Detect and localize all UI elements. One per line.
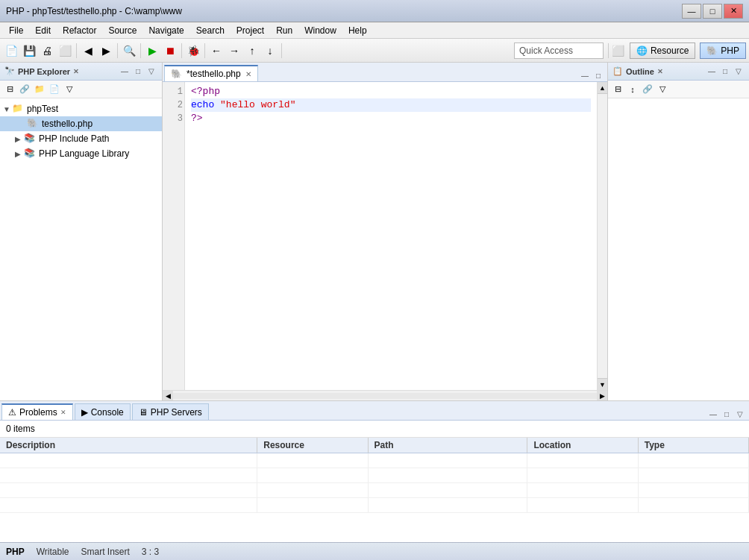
scroll-down-btn[interactable]: ▼ <box>598 378 607 390</box>
arrow-right[interactable]: → <box>226 43 242 59</box>
menu-file[interactable]: File <box>3 24 29 37</box>
lib-arrow: ▶ <box>15 150 24 158</box>
forward-button[interactable]: ▶ <box>98 43 114 59</box>
arrow-down[interactable]: ↓ <box>262 43 278 59</box>
outline-icon: 📋 <box>612 66 623 76</box>
arrow-up[interactable]: ↑ <box>244 43 260 59</box>
sep5 <box>204 43 205 58</box>
menu-source[interactable]: Source <box>102 24 142 37</box>
explorer-menu-btn[interactable]: ▽ <box>63 83 76 96</box>
table-row <box>0 468 749 483</box>
menu-help[interactable]: Help <box>342 24 373 37</box>
toolbar-btn-4[interactable]: ⬜ <box>57 43 73 59</box>
bottom-minimize-btn[interactable]: — <box>707 408 719 420</box>
file-icon: 🐘 <box>27 118 39 130</box>
explorer-close-icon[interactable]: ✕ <box>73 68 79 75</box>
php-perspective-button[interactable]: 🐘 PHP <box>700 43 746 59</box>
minimize-panel-button[interactable]: — <box>119 66 131 78</box>
language-indicator: PHP <box>6 547 25 557</box>
menu-project[interactable]: Project <box>231 24 270 37</box>
title-bar: PHP - phpTest/testhello.php - C:\wamp\ww… <box>0 0 749 22</box>
quick-access-input[interactable]: Quick Access <box>514 43 604 59</box>
sep3 <box>140 43 141 58</box>
close-button[interactable]: ✕ <box>724 4 743 19</box>
editor-minimize-btn[interactable]: — <box>579 69 591 81</box>
scroll-left-btn[interactable]: ◀ <box>163 391 173 401</box>
bottom-menu-btn[interactable]: ▽ <box>734 408 746 420</box>
project-icon: 📁 <box>12 103 24 115</box>
minimize-button[interactable]: — <box>682 4 701 19</box>
writable-status: Writable <box>37 547 69 557</box>
scroll-right-btn[interactable]: ▶ <box>597 391 607 401</box>
items-count: 0 items <box>0 421 749 438</box>
stop-button[interactable]: ⏹ <box>162 43 178 59</box>
tab-problems[interactable]: ⚠ Problems ✕ <box>1 403 73 420</box>
servers-icon: 🖥 <box>139 407 148 418</box>
vertical-scrollbar[interactable]: ▲ ▼ <box>597 82 607 390</box>
sep4 <box>181 43 182 58</box>
tab-php-servers[interactable]: 🖥 PHP Servers <box>132 403 209 420</box>
outline-minimize-btn[interactable]: — <box>706 66 718 78</box>
print-button[interactable]: 🖨 <box>39 43 55 59</box>
menu-window[interactable]: Window <box>298 24 342 37</box>
title-controls: — □ ✕ <box>682 4 743 19</box>
sep7 <box>608 43 609 58</box>
menu-refactor[interactable]: Refactor <box>57 24 102 37</box>
horizontal-scrollbar[interactable]: ◀ ▶ <box>163 390 607 400</box>
menu-navigate[interactable]: Navigate <box>142 24 189 37</box>
php-explorer-icon: 🔭 <box>4 66 15 76</box>
new-button[interactable]: 📄 <box>3 43 19 59</box>
resource-icon: 🌐 <box>636 45 648 56</box>
main-layout: 🔭 PHP Explorer ✕ — □ ▽ ⊟ 🔗 📁 📄 ▽ ▼ 📁 php… <box>0 63 749 400</box>
outline-maximize-btn[interactable]: □ <box>719 66 731 78</box>
problems-close-icon[interactable]: ✕ <box>60 409 66 416</box>
new-file-btn[interactable]: 📄 <box>48 83 61 96</box>
search-btn[interactable]: 🔍 <box>121 43 137 59</box>
collapse-all-outline-btn[interactable]: ⊟ <box>611 83 624 96</box>
save-button[interactable]: 💾 <box>21 43 37 59</box>
new-folder-btn[interactable]: 📁 <box>33 83 46 96</box>
include-icon: 📚 <box>24 133 36 145</box>
editor-tab-testhello[interactable]: 🐘 *testhello.php ✕ <box>164 65 258 81</box>
tree-item-file[interactable]: 🐘 testhello.php <box>0 116 162 131</box>
bottom-tab-bar: ⚠ Problems ✕ ▶ Console 🖥 PHP Servers — □… <box>0 401 749 421</box>
php-explorer-panel: 🔭 PHP Explorer ✕ — □ ▽ ⊟ 🔗 📁 📄 ▽ ▼ 📁 php… <box>0 63 163 400</box>
problems-table-header: Description Resource Path Location Type <box>0 438 749 453</box>
maximize-panel-button[interactable]: □ <box>132 66 144 78</box>
menu-search[interactable]: Search <box>190 24 231 37</box>
outline-menu-btn[interactable]: ▽ <box>733 66 745 78</box>
tree-item-language-lib[interactable]: ▶ 📚 PHP Language Library <box>0 146 162 161</box>
sort-outline-btn[interactable]: ↕ <box>626 83 639 96</box>
arrow-left[interactable]: ← <box>208 43 225 59</box>
code-area: 1 2 3 <?php echo "hello world" ?> ▲ ▼ <box>163 82 607 390</box>
maximize-button[interactable]: □ <box>703 4 722 19</box>
collapse-all-btn[interactable]: ⊟ <box>3 83 16 96</box>
col-description: Description <box>0 438 257 453</box>
tab-close-button[interactable]: ✕ <box>245 70 251 78</box>
outline-content <box>608 98 749 110</box>
sep1 <box>76 43 77 58</box>
debug-btn[interactable]: 🐞 <box>185 43 201 59</box>
perspective-open-button[interactable]: ⬜ <box>612 43 625 59</box>
resource-perspective-button[interactable]: 🌐 Resource <box>630 43 695 59</box>
console-icon: ▶ <box>81 407 88 418</box>
outline-menu-toggle[interactable]: ▽ <box>656 83 669 96</box>
scroll-track <box>598 94 607 378</box>
run-button[interactable]: ▶ <box>144 43 160 59</box>
back-button[interactable]: ◀ <box>80 43 96 59</box>
tab-console[interactable]: ▶ Console <box>75 403 131 420</box>
menu-run[interactable]: Run <box>270 24 298 37</box>
tree-item-include-path[interactable]: ▶ 📚 PHP Include Path <box>0 131 162 146</box>
tree-item-project[interactable]: ▼ 📁 phpTest <box>0 101 162 116</box>
menu-edit[interactable]: Edit <box>29 24 57 37</box>
view-menu-button[interactable]: ▽ <box>145 66 157 78</box>
link-editor-outline-btn[interactable]: 🔗 <box>641 83 654 96</box>
bottom-maximize-btn[interactable]: □ <box>721 408 733 420</box>
problems-table-rows <box>0 453 749 513</box>
code-editor[interactable]: <?php echo "hello world" ?> <box>185 82 597 390</box>
link-with-editor-btn[interactable]: 🔗 <box>18 83 31 96</box>
scroll-up-btn[interactable]: ▲ <box>598 82 607 94</box>
editor-maximize-btn[interactable]: □ <box>592 69 604 81</box>
outline-close-icon[interactable]: ✕ <box>657 68 663 75</box>
outline-header: 📋 Outline ✕ — □ ▽ <box>608 63 749 81</box>
